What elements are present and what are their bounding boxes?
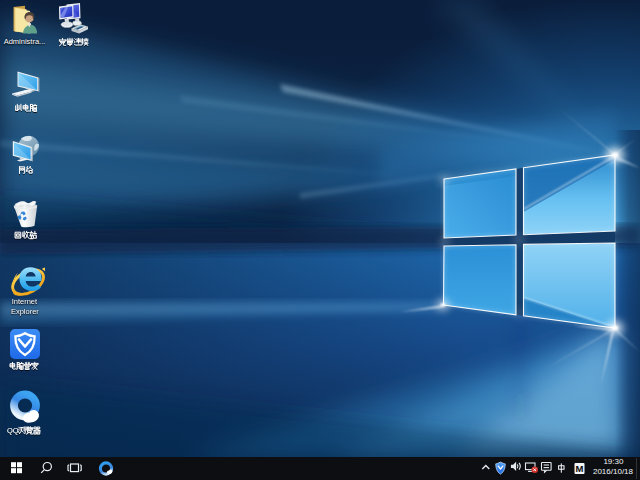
- svg-text:2016/10/18: 2016/10/18: [593, 467, 634, 476]
- svg-text:QQ: QQ: [7, 426, 19, 435]
- svg-text:19:30: 19:30: [603, 457, 624, 466]
- svg-text:M: M: [576, 463, 584, 474]
